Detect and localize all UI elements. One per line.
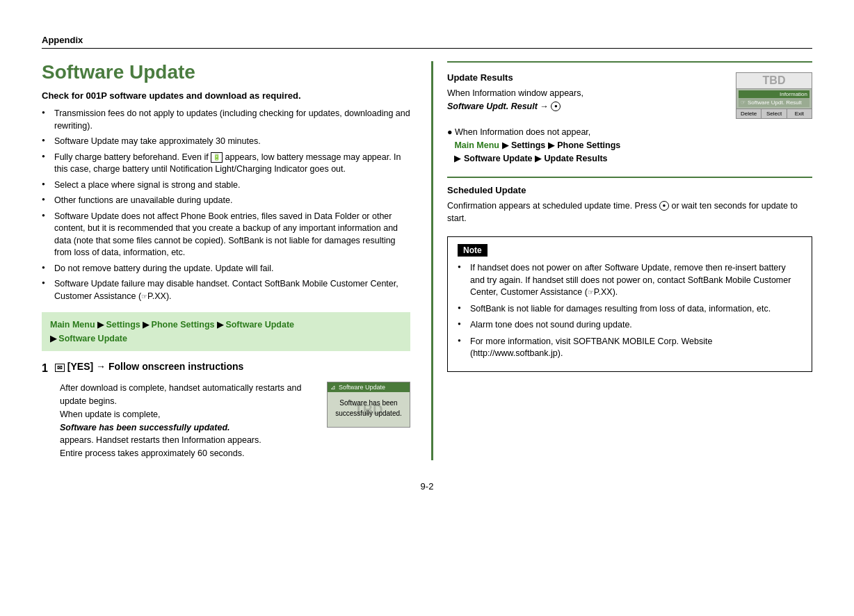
- nav-item-3: Phone Settings: [152, 320, 215, 330]
- note-header: Note: [458, 244, 488, 257]
- list-item: Fully charge battery beforehand. Even if…: [42, 152, 410, 176]
- list-item: Software Update failure may disable hand…: [42, 278, 410, 302]
- appendix-label: Appendix: [42, 35, 83, 45]
- note-box: Note If handset does not power on after …: [447, 236, 812, 372]
- step-bold: Software has been successfully updated.: [60, 423, 230, 432]
- scheduled-divider: [447, 177, 812, 178]
- step-instruction: ✉ [YES] → Follow onscreen instructions: [55, 361, 243, 372]
- bullet-list: Transmission fees do not apply to update…: [42, 108, 410, 302]
- note-item: Alarm tone does not sound during update.: [458, 319, 802, 332]
- phone-screen-wrapper: ⊿ Software Update Software has beensucce…: [327, 382, 410, 460]
- update-results-item1: Software Updt. Result: [447, 102, 538, 111]
- update-results-divider: [447, 61, 812, 63]
- scheduled-update-section: Scheduled Update Confirmation appears at…: [447, 177, 812, 226]
- phone-screen: ⊿ Software Update Software has beensucce…: [327, 382, 410, 428]
- list-item: Do not remove battery during the update.…: [42, 263, 410, 275]
- right-phone-info-bar: Information ☞ Software Updt. Result: [736, 89, 812, 108]
- list-item: Software Update does not affect Phone Bo…: [42, 211, 410, 259]
- step-row: 1 ✉ [YES] → Follow onscreen instructions: [42, 361, 410, 375]
- nav-main-menu: Main Menu: [454, 140, 499, 150]
- nav-item-5: Software Update: [58, 334, 127, 343]
- update-results-body2: ● When Information does not appear,: [447, 127, 590, 137]
- nav-arrow-3: ▶: [217, 320, 225, 330]
- scheduled-title: Scheduled Update: [447, 185, 812, 195]
- nav-item-2: Settings: [106, 320, 140, 330]
- right-phone-buttons: Delete Select Exit: [736, 108, 812, 118]
- scheduled-body: Confirmation appears at scheduled update…: [447, 200, 812, 226]
- nav-update-results: Update Results: [545, 154, 608, 163]
- right-phone: TBD Information ☞ Software Updt. Result …: [736, 72, 812, 119]
- right-phone-menu-row: ☞ Software Updt. Result: [739, 98, 809, 107]
- right-phone-screen-title: TBD: [736, 73, 812, 89]
- update-arrow: →: [540, 102, 551, 111]
- nav-breadcrumb: Main Menu ▶ Settings ▶ Phone Settings ▶ …: [42, 312, 410, 351]
- nav-software-update: Software Update: [464, 154, 533, 163]
- step-text: After download is complete, handset auto…: [60, 382, 316, 460]
- right-phone-menu-item: Software Updt. Result: [748, 99, 802, 106]
- circle-confirm-icon: ●: [659, 201, 669, 211]
- nav-arr4: ▶: [535, 154, 544, 163]
- note-item: If handset does not power on after Softw…: [458, 262, 802, 299]
- nav-item-4: Software Update: [225, 320, 294, 330]
- subtitle: Check for 001P software updates and down…: [42, 90, 410, 101]
- right-arrow-icon: ☞: [741, 99, 746, 106]
- phone-screen-title: Software Update: [339, 384, 385, 391]
- step-number: 1: [42, 362, 48, 375]
- battery-icon: 🔋: [211, 152, 223, 163]
- circle-button-icon: ●: [551, 102, 561, 111]
- nav-item-1: Main Menu: [50, 320, 95, 330]
- list-item: Select a place where signal is strong an…: [42, 179, 410, 192]
- right-phone-wrapper: TBD Information ☞ Software Updt. Result …: [736, 72, 812, 119]
- nav-arr2: ▶: [548, 140, 557, 150]
- note-list: If handset does not power on after Softw…: [458, 262, 802, 360]
- step-content: After download is complete, handset auto…: [60, 382, 410, 460]
- update-results-body1: When Information window appears,: [447, 88, 583, 98]
- page-number: 9-2: [42, 481, 812, 492]
- phone-body: Software has beensuccessfully updated. T…: [328, 392, 410, 427]
- list-item: Other functions are unavailable during u…: [42, 195, 410, 207]
- note-item: For more information, visit SOFTBANK MOB…: [458, 336, 802, 360]
- nav-phone-settings: Phone Settings: [557, 140, 620, 150]
- nav-arrow-4: ▶: [50, 334, 58, 343]
- list-item: Software Update may take approximately 3…: [42, 136, 410, 148]
- nav-arrow-2: ▶: [143, 320, 151, 330]
- note-item: SoftBank is not liable for damages resul…: [458, 303, 802, 316]
- update-results-section: TBD Information ☞ Software Updt. Result …: [447, 72, 812, 165]
- nav-arr3: ▶: [454, 154, 463, 163]
- yes-icon: ✉: [55, 364, 65, 372]
- list-item: Transmission fees do not apply to update…: [42, 108, 410, 132]
- folder-icon: ⊿: [330, 384, 336, 391]
- nav-arrow-1: ▶: [97, 320, 106, 330]
- page-container: Appendix Software Update Check for 001P …: [0, 0, 854, 616]
- select-button[interactable]: Select: [762, 109, 787, 118]
- right-column: TBD Information ☞ Software Updt. Result …: [431, 61, 812, 460]
- delete-button[interactable]: Delete: [736, 109, 762, 118]
- page-title: Software Update: [42, 61, 410, 83]
- nav-arr1: ▶: [502, 140, 511, 150]
- nav-settings: Settings: [511, 140, 545, 150]
- left-column: Software Update Check for 001P software …: [42, 61, 431, 460]
- phone-title-bar: ⊿ Software Update: [328, 382, 410, 392]
- exit-button[interactable]: Exit: [787, 109, 812, 118]
- appendix-header: Appendix: [42, 35, 812, 49]
- right-phone-tbd: TBD: [763, 74, 786, 86]
- content-area: Software Update Check for 001P software …: [42, 61, 812, 460]
- phone-line1: Software has beensuccessfully updated.: [330, 398, 407, 419]
- right-phone-info: Information: [739, 90, 809, 98]
